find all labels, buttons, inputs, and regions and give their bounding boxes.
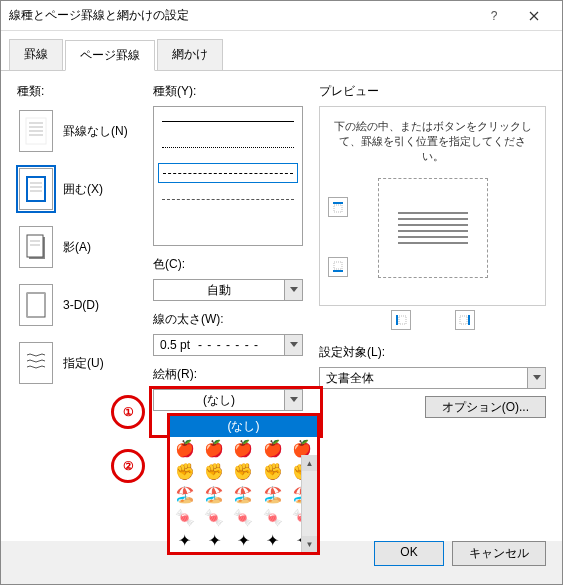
- threed-icon: [19, 284, 53, 326]
- dialog-buttons: OK キャンセル: [374, 541, 546, 566]
- tab-shading[interactable]: 網かけ: [157, 39, 223, 70]
- preview-box: 下の絵の中、またはボタンをクリックして、罫線を引く位置を指定してください。: [319, 106, 546, 306]
- preview-document: [378, 178, 488, 278]
- width-dropdown[interactable]: 0.5 pt - - - - - - -: [153, 334, 303, 356]
- setting-label: 種類:: [17, 83, 137, 100]
- apply-to-value: 文書全体: [320, 368, 527, 388]
- tab-borders[interactable]: 罫線: [9, 39, 63, 70]
- apply-to-label: 設定対象(L):: [319, 344, 546, 361]
- color-value: 自動: [154, 280, 284, 300]
- svg-rect-17: [334, 205, 342, 212]
- close-button[interactable]: [514, 4, 554, 28]
- shadow-icon: [19, 226, 53, 268]
- width-sample: - - - - - - -: [198, 338, 278, 352]
- scroll-down-icon[interactable]: ▼: [302, 536, 317, 552]
- svg-rect-18: [334, 262, 342, 269]
- none-icon: [19, 110, 53, 152]
- box-icon: [19, 168, 53, 210]
- options-button[interactable]: オプション(O)...: [425, 396, 546, 418]
- setting-shadow-label: 影(A): [63, 239, 91, 256]
- annotation-badge-1: ①: [111, 395, 145, 429]
- line-style-dotted[interactable]: [158, 137, 298, 157]
- border-top-button[interactable]: [328, 197, 348, 217]
- chevron-down-icon: [284, 335, 302, 355]
- svg-rect-5: [27, 177, 45, 201]
- pattern-option-none[interactable]: (なし): [170, 416, 317, 437]
- setting-box-label: 囲む(X): [63, 181, 103, 198]
- setting-3d-label: 3-D(D): [63, 298, 99, 312]
- setting-3d[interactable]: 3-D(D): [19, 284, 137, 326]
- setting-custom-label: 指定(U): [63, 355, 104, 372]
- pattern-option-fists[interactable]: ✊✊✊✊✊: [170, 460, 317, 483]
- preview-label: プレビュー: [319, 83, 546, 100]
- chevron-down-icon: [527, 368, 545, 388]
- setting-shadow[interactable]: 影(A): [19, 226, 137, 268]
- tab-strip: 罫線 ページ罫線 網かけ: [1, 31, 562, 71]
- setting-box[interactable]: 囲む(X): [19, 168, 137, 210]
- color-label: 色(C):: [153, 256, 303, 273]
- close-icon: [529, 11, 539, 21]
- setting-none-label: 罫線なし(N): [63, 123, 128, 140]
- apply-to-dropdown[interactable]: 文書全体: [319, 367, 546, 389]
- dialog-title: 線種とページ罫線と網かけの設定: [9, 7, 474, 24]
- help-button[interactable]: ?: [474, 4, 514, 28]
- svg-rect-10: [27, 235, 43, 257]
- scroll-up-icon[interactable]: ▲: [302, 455, 317, 471]
- pattern-dropdown-list[interactable]: (なし) 🍎🍎🍎🍎🍎 ✊✊✊✊✊ 🏖️🏖️🏖️🏖️🏖️ 🍬🍬🍬🍬🍬 ✦✦✦✦✦ …: [167, 413, 320, 555]
- border-left-button[interactable]: [391, 310, 411, 330]
- preview-instructions: 下の絵の中、またはボタンをクリックして、罫線を引く位置を指定してください。: [332, 119, 533, 164]
- pattern-option-umbrella[interactable]: 🏖️🏖️🏖️🏖️🏖️: [170, 483, 317, 506]
- color-dropdown[interactable]: 自動: [153, 279, 303, 301]
- width-label: 線の太さ(W):: [153, 311, 303, 328]
- width-value: 0.5 pt: [160, 338, 190, 352]
- custom-icon: [19, 342, 53, 384]
- line-style-solid[interactable]: [158, 111, 298, 131]
- svg-rect-13: [27, 293, 45, 317]
- border-bottom-button[interactable]: [328, 257, 348, 277]
- line-style-dashed[interactable]: [158, 163, 298, 183]
- pattern-option-ornament[interactable]: ✦✦✦✦✦: [170, 529, 317, 552]
- preview-column: プレビュー 下の絵の中、またはボタンをクリックして、罫線を引く位置を指定してくだ…: [319, 83, 546, 529]
- annotation-badge-2: ②: [111, 449, 145, 483]
- border-right-button[interactable]: [455, 310, 475, 330]
- svg-rect-21: [399, 316, 406, 324]
- tab-page-border[interactable]: ページ罫線: [65, 40, 155, 71]
- line-style-list[interactable]: [153, 106, 303, 246]
- chevron-down-icon: [284, 280, 302, 300]
- setting-list: 罫線なし(N) 囲む(X) 影(A): [17, 106, 137, 384]
- cancel-button[interactable]: キャンセル: [452, 541, 546, 566]
- pattern-option-candy[interactable]: 🍬🍬🍬🍬🍬: [170, 506, 317, 529]
- pattern-label: 絵柄(R):: [153, 366, 303, 383]
- ok-button[interactable]: OK: [374, 541, 444, 566]
- dropdown-scrollbar[interactable]: ▲ ▼: [301, 455, 317, 552]
- line-style-dashed-2[interactable]: [158, 189, 298, 209]
- style-label: 種類(Y):: [153, 83, 303, 100]
- borders-shading-dialog: 線種とページ罫線と網かけの設定 ? 罫線 ページ罫線 網かけ 種類: 罫線なし(…: [0, 0, 563, 585]
- setting-custom[interactable]: 指定(U): [19, 342, 137, 384]
- setting-none[interactable]: 罫線なし(N): [19, 110, 137, 152]
- pattern-option-apples[interactable]: 🍎🍎🍎🍎🍎: [170, 437, 317, 460]
- titlebar: 線種とページ罫線と網かけの設定 ?: [1, 1, 562, 31]
- svg-rect-22: [460, 316, 467, 324]
